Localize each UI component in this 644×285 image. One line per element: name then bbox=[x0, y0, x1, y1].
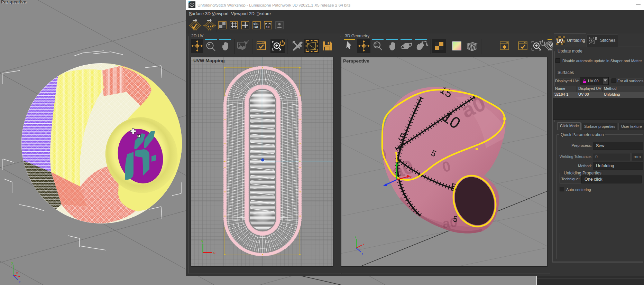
svg-text:z: z bbox=[19, 281, 21, 284]
svg-text:y: y bbox=[355, 235, 357, 238]
svg-text:0b1: 0b1 bbox=[254, 22, 259, 26]
svg-text:z: z bbox=[362, 252, 364, 256]
svg-text:Perspective: Perspective bbox=[1, 0, 26, 4]
svg-text:u: u bbox=[213, 250, 215, 255]
svg-text:10: 10 bbox=[266, 25, 269, 29]
svg-text:x: x bbox=[363, 243, 365, 246]
svg-text:Perspective: Perspective bbox=[343, 58, 369, 64]
svg-text:x: x bbox=[410, 175, 412, 179]
svg-text:v: v bbox=[201, 239, 203, 243]
svg-text:y: y bbox=[398, 161, 400, 164]
svg-text:x: x bbox=[16, 271, 18, 275]
svg-text:UV: UV bbox=[556, 38, 563, 44]
svg-text:0a1: 0a1 bbox=[254, 25, 258, 29]
svg-text:UVW Mapping: UVW Mapping bbox=[193, 58, 225, 63]
svg-text:y: y bbox=[11, 261, 13, 265]
svg-text:5: 5 bbox=[453, 214, 458, 224]
